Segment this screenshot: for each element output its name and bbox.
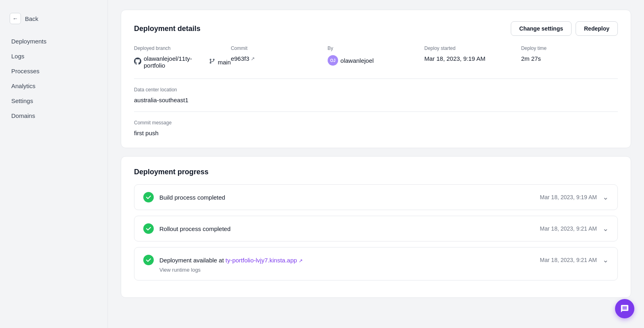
sidebar-item-processes[interactable]: Processes (5, 64, 103, 78)
by-value: OJ olawanlejoel (328, 55, 424, 66)
sidebar-item-analytics[interactable]: Analytics (5, 78, 103, 93)
progress-item-available: Deployment available at ty-portfolio-lvj… (134, 247, 618, 281)
progress-item-build[interactable]: Build process completed Mar 18, 2023, 9:… (134, 184, 618, 210)
build-timestamp: Mar 18, 2023, 9:19 AM (540, 194, 597, 200)
progress-left-available: Deployment available at ty-portfolio-lvj… (143, 255, 303, 265)
github-icon (134, 58, 141, 67)
deployment-progress-title: Deployment progress (134, 168, 618, 176)
card-header: Deployment details Change settings Redep… (134, 21, 618, 36)
progress-item-rollout[interactable]: Rollout process completed Mar 18, 2023, … (134, 216, 618, 241)
check-icon-build (143, 192, 154, 202)
commit-message-value: first push (134, 130, 618, 136)
svg-point-0 (210, 59, 211, 60)
progress-top-row-available: Deployment available at ty-portfolio-lvj… (143, 255, 609, 265)
deploy-started-col: Deploy started Mar 18, 2023, 9:19 AM (424, 45, 521, 69)
sidebar-item-logs[interactable]: Logs (5, 49, 103, 64)
deployment-details-title: Deployment details (134, 25, 200, 33)
svg-point-1 (213, 59, 215, 60)
back-label: Back (25, 15, 38, 22)
commit-message-section: Commit message first push (134, 120, 618, 136)
view-runtime-logs[interactable]: View runtime logs (159, 267, 200, 273)
deployment-link[interactable]: ty-portfolio-lvjy7.kinsta.app ↗ (225, 257, 303, 264)
check-icon-rollout (143, 223, 154, 234)
deployed-branch-value: olawanlejoel/11ty-portfolio main (134, 55, 231, 69)
data-center-section: Data center location australia-southeast… (134, 87, 618, 103)
divider-2 (134, 111, 618, 112)
back-arrow-icon: ← (10, 13, 21, 24)
sidebar-item-deployments[interactable]: Deployments (5, 34, 103, 49)
progress-right-build: Mar 18, 2023, 9:19 AM ⌄ (540, 193, 609, 202)
change-settings-button[interactable]: Change settings (511, 21, 572, 36)
by-col: By OJ olawanlejoel (328, 45, 424, 69)
deploy-time-col: Deploy time 2m 27s (521, 45, 618, 69)
author-avatar: OJ (328, 55, 338, 66)
data-center-label: Data center location (134, 87, 618, 93)
sidebar-item-domains[interactable]: Domains (5, 108, 103, 123)
repo-value: olawanlejoel/11ty-portfolio (144, 55, 206, 69)
deployment-progress-card: Deployment progress Build process comple… (121, 156, 631, 298)
deploy-started-value: Mar 18, 2023, 9:19 AM (424, 55, 521, 62)
available-label: Deployment available at ty-portfolio-lvj… (159, 257, 303, 264)
external-link-icon-2: ↗ (299, 258, 303, 264)
deploy-started-label: Deploy started (424, 45, 521, 51)
sidebar: ← Back Deployments Logs Processes Analyt… (0, 0, 108, 328)
deploy-time-value: 2m 27s (521, 55, 618, 62)
deploy-time-label: Deploy time (521, 45, 618, 51)
commit-link[interactable]: e963f3 ↗ (231, 55, 255, 62)
commit-col: Commit e963f3 ↗ (231, 45, 327, 69)
sidebar-item-settings[interactable]: Settings (5, 93, 103, 108)
branch-value: main (218, 59, 231, 66)
commit-label: Commit (231, 45, 327, 51)
progress-left-rollout: Rollout process completed (143, 223, 231, 234)
divider-1 (134, 78, 618, 79)
deployed-branch-label: Deployed branch (134, 45, 231, 51)
build-process-label: Build process completed (159, 194, 225, 201)
detail-columns: Deployed branch olawanlejoel/11ty-portfo… (134, 45, 618, 69)
check-icon-available (143, 255, 154, 265)
commit-message-label: Commit message (134, 120, 618, 126)
chevron-down-rollout: ⌄ (603, 224, 609, 233)
chevron-down-available: ⌄ (603, 256, 609, 264)
progress-left-build: Build process completed (143, 192, 225, 202)
data-center-value: australia-southeast1 (134, 97, 618, 103)
main-content: Deployment details Change settings Redep… (108, 0, 644, 328)
commit-value: e963f3 ↗ (231, 55, 327, 62)
external-link-icon: ↗ (251, 56, 255, 62)
deployment-details-card: Deployment details Change settings Redep… (121, 10, 631, 148)
author-name: olawanlejoel (341, 57, 374, 64)
sidebar-nav: Deployments Logs Processes Analytics Set… (0, 34, 107, 123)
header-buttons: Change settings Redeploy (511, 21, 618, 36)
git-branch-icon (209, 58, 215, 66)
chat-button[interactable] (615, 299, 634, 318)
rollout-process-label: Rollout process completed (159, 225, 231, 232)
back-button[interactable]: ← Back (0, 10, 107, 34)
rollout-timestamp: Mar 18, 2023, 9:21 AM (540, 225, 597, 232)
redeploy-button[interactable]: Redeploy (576, 21, 618, 36)
by-label: By (328, 45, 424, 51)
chevron-down-build: ⌄ (603, 193, 609, 202)
deployed-branch-col: Deployed branch olawanlejoel/11ty-portfo… (134, 45, 231, 69)
progress-right-available: Mar 18, 2023, 9:21 AM ⌄ (540, 256, 609, 264)
progress-right-rollout: Mar 18, 2023, 9:21 AM ⌄ (540, 224, 609, 233)
svg-point-2 (210, 62, 211, 64)
available-timestamp: Mar 18, 2023, 9:21 AM (540, 257, 597, 263)
